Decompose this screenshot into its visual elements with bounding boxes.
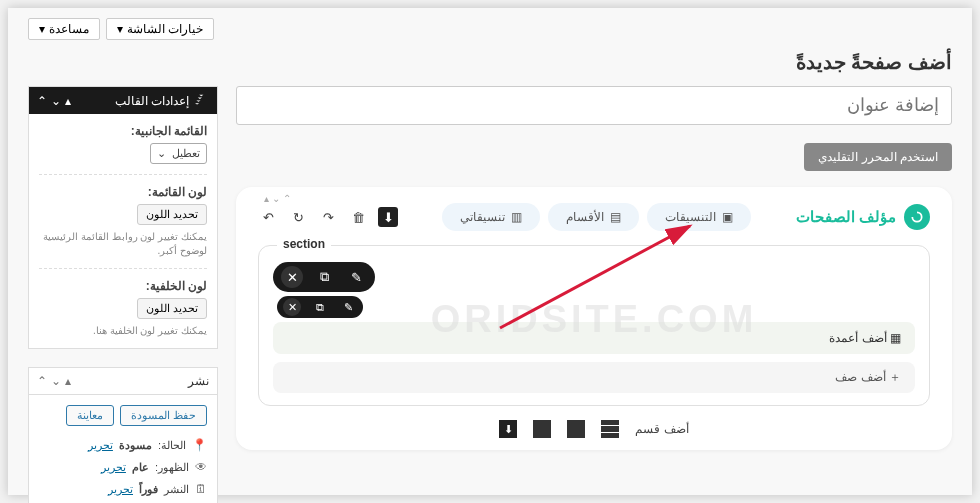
save-draft-button[interactable]: حفظ المسودة: [120, 405, 207, 426]
eye-icon: 👁: [195, 460, 207, 474]
help-label: مساعدة: [49, 22, 89, 36]
theme-panel-title: إعدادات القالب: [115, 94, 189, 108]
edit-icon[interactable]: ✎: [345, 266, 367, 288]
schedule-value: فوراً: [139, 483, 158, 496]
copy-icon[interactable]: ⧉: [311, 298, 329, 316]
status-label: الحالة:: [158, 439, 186, 452]
add-section-label: أضف قسم: [635, 422, 688, 436]
menu-color-button[interactable]: تحديد اللون: [137, 204, 207, 225]
status-row: 📍 الحالة: مسودة تحرير: [39, 434, 207, 456]
add-columns-band[interactable]: ▦ أضف أعمدة: [273, 322, 915, 354]
panel-up-icon[interactable]: ⌃: [37, 94, 47, 108]
layout-rows-icon[interactable]: [601, 420, 619, 438]
bg-color-label: لون الخلفية:: [39, 279, 207, 293]
bg-color-hint: يمكنك تغيير لون الخلفية هنا.: [39, 324, 207, 338]
sections-icon: ▤: [610, 210, 621, 224]
caret-down-icon: ▾: [117, 22, 123, 36]
download-icon[interactable]: ⬇: [378, 207, 398, 227]
section-container: section ✎ ⧉ ✕ ✎ ⧉ ✕: [258, 245, 930, 406]
plus-icon: ＋: [889, 370, 901, 384]
add-columns-label: أضف أعمدة: [829, 331, 886, 345]
layouts-icon: ▣: [722, 210, 733, 224]
sidebar-select[interactable]: تعطيل ⌄: [150, 143, 207, 164]
redo-forward-icon[interactable]: ↻: [288, 207, 308, 227]
theme-icon: [195, 93, 209, 108]
close-icon[interactable]: ✕: [283, 298, 301, 316]
undo-icon[interactable]: ↶: [258, 207, 278, 227]
section-toolbar: ✎ ⧉ ✕: [273, 262, 375, 292]
layout-full-icon[interactable]: [567, 420, 585, 438]
menu-color-label: لون القائمة:: [39, 185, 207, 199]
panel-toggle-icon[interactable]: ▴: [65, 374, 71, 388]
screen-options-button[interactable]: خيارات الشاشة ▾: [106, 18, 214, 40]
visibility-value: عام: [132, 461, 149, 474]
page-title: أضف صفحةً جديدةً: [28, 50, 952, 74]
menu-color-hint: يمكنك تغيير لون روابط القائمة الرئيسية ل…: [39, 230, 207, 258]
visibility-row: 👁 الظهور: عام تحرير: [39, 456, 207, 478]
layout-download-icon[interactable]: ⬇: [499, 420, 517, 438]
close-icon[interactable]: ✕: [281, 266, 303, 288]
page-builder: ⌃ ⌄ ▴ مؤلف الصفحات ▣ التنسيقات: [236, 187, 952, 450]
layouts-label: التنسيقات: [665, 210, 716, 224]
add-row-label: أضف صف: [835, 370, 885, 384]
help-button[interactable]: مساعدة ▾: [28, 18, 100, 40]
layout-cols-icon[interactable]: [533, 420, 551, 438]
row-toolbar: ✎ ⧉ ✕: [277, 296, 363, 318]
mylayouts-icon: ▥: [511, 210, 522, 224]
edit-icon[interactable]: ✎: [339, 298, 357, 316]
mylayouts-label: تنسيقاتي: [460, 210, 505, 224]
add-row-band[interactable]: ＋ أضف صف: [273, 362, 915, 393]
add-section-row: أضف قسم ⬇: [258, 420, 930, 438]
panel-down-icon[interactable]: ⌄: [51, 94, 61, 108]
sections-pill[interactable]: ▤ الأقسام: [548, 203, 639, 231]
chevron-down-icon: ⌄: [157, 147, 166, 160]
sidebar-label: القائمة الجانبية:: [39, 124, 207, 138]
visibility-label: الظهور:: [155, 461, 189, 474]
columns-icon: ▦: [890, 331, 901, 345]
builder-brand: مؤلف الصفحات: [796, 204, 930, 230]
status-edit-link[interactable]: تحرير: [88, 439, 113, 452]
classic-editor-button[interactable]: استخدم المحرر التقليدي: [804, 143, 952, 171]
mylayouts-pill[interactable]: ▥ تنسيقاتي: [442, 203, 540, 231]
schedule-edit-link[interactable]: تحرير: [108, 483, 133, 496]
collapse-caret-icon[interactable]: ⌃ ⌄ ▴: [264, 193, 291, 204]
visibility-edit-link[interactable]: تحرير: [101, 461, 126, 474]
layouts-pill[interactable]: ▣ التنسيقات: [647, 203, 751, 231]
caret-down-icon: ▾: [39, 22, 45, 36]
copy-icon[interactable]: ⧉: [313, 266, 335, 288]
schedule-row: 🗓 النشر فوراً تحرير: [39, 478, 207, 500]
publish-panel: نشر ⌃ ⌄ ▴ حفظ المسودة معاينة 📍 الحالة:: [28, 367, 218, 503]
publish-panel-title: نشر: [188, 374, 209, 388]
redo-icon[interactable]: ↷: [318, 207, 338, 227]
sections-label: الأقسام: [566, 210, 604, 224]
panel-toggle-icon[interactable]: ▴: [65, 94, 71, 108]
screen-options-label: خيارات الشاشة: [127, 22, 203, 36]
section-legend: section: [277, 237, 331, 251]
builder-logo-icon: [904, 204, 930, 230]
trash-icon[interactable]: 🗑: [348, 207, 368, 227]
title-input[interactable]: [236, 86, 952, 125]
preview-button[interactable]: معاينة: [66, 405, 114, 426]
panel-up-icon[interactable]: ⌃: [37, 374, 47, 388]
bg-color-button[interactable]: تحديد اللون: [137, 298, 207, 319]
builder-brand-label: مؤلف الصفحات: [796, 208, 896, 226]
theme-settings-panel: إعدادات القالب ⌃ ⌄ ▴ القائمة الجانبية: ت…: [28, 86, 218, 349]
schedule-label: النشر: [164, 483, 189, 496]
pin-icon: 📍: [192, 438, 207, 452]
panel-down-icon[interactable]: ⌄: [51, 374, 61, 388]
sidebar-value: تعطيل: [172, 147, 200, 160]
status-value: مسودة: [119, 439, 152, 452]
calendar-icon: 🗓: [195, 482, 207, 496]
